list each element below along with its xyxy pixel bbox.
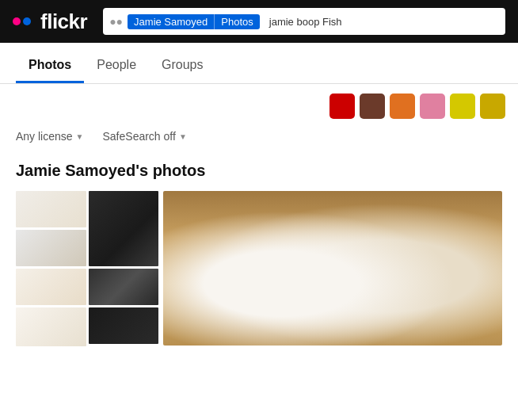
thumb-1[interactable]: [16, 191, 86, 227]
main-photo[interactable]: [163, 191, 502, 346]
search-pill-type: Photos: [214, 14, 259, 29]
header: flickr ●● Jamie Samoyed Photos jamie boo…: [0, 0, 518, 43]
thumb-7[interactable]: [89, 307, 159, 344]
search-rest-text: jamie boop Fish: [269, 16, 342, 28]
tabs-bar: Photos People Groups: [0, 43, 518, 84]
logo-dots: [13, 17, 31, 25]
main-photo-content: [163, 191, 502, 346]
swatch-yellow[interactable]: [450, 94, 475, 119]
swatch-gold[interactable]: [480, 94, 505, 119]
dot-blue: [23, 17, 31, 25]
thumb-2[interactable]: [89, 191, 159, 266]
search-bar[interactable]: ●● Jamie Samoyed Photos jamie boop Fish: [103, 8, 505, 35]
photo-collage: [16, 191, 158, 346]
logo-wordmark: flickr: [40, 10, 87, 34]
main-content: Jamie Samoyed's photos: [0, 154, 518, 362]
dot-pink: [13, 17, 21, 25]
search-pill-name: Jamie Samoyed: [128, 14, 214, 29]
section-title: Jamie Samoyed's photos: [16, 162, 502, 180]
swatch-pink[interactable]: [420, 94, 445, 119]
thumb-5[interactable]: [89, 269, 159, 305]
search-pill-group: Jamie Samoyed Photos: [128, 14, 260, 29]
thumb-4[interactable]: [16, 269, 86, 305]
search-icon: ●●: [109, 15, 123, 28]
photos-grid: [16, 191, 502, 346]
safesearch-filter-arrow: ▼: [179, 132, 187, 141]
tab-people[interactable]: People: [84, 58, 149, 83]
tab-groups[interactable]: Groups: [149, 58, 215, 83]
filters-row: Any license ▼ SafeSearch off ▼: [0, 125, 518, 154]
safesearch-filter-label: SafeSearch off: [103, 130, 176, 143]
license-filter-label: Any license: [16, 130, 73, 143]
swatch-red[interactable]: [329, 94, 355, 119]
thumb-3[interactable]: [16, 230, 86, 266]
license-filter-arrow: ▼: [76, 132, 84, 141]
swatches-row: [0, 84, 518, 125]
tab-photos[interactable]: Photos: [16, 58, 84, 83]
thumb-6[interactable]: [16, 307, 86, 346]
swatch-orange[interactable]: [390, 94, 415, 119]
safesearch-filter-button[interactable]: SafeSearch off ▼: [103, 130, 187, 143]
license-filter-button[interactable]: Any license ▼: [16, 130, 84, 143]
swatch-brown[interactable]: [360, 94, 385, 119]
